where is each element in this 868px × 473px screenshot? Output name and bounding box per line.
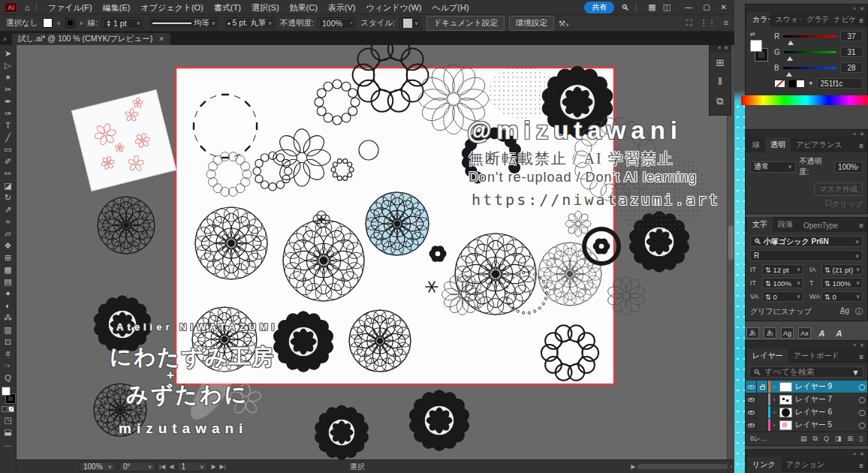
close-icon[interactable]: ✕ — [860, 342, 864, 348]
width-tool[interactable]: ≈ — [1, 215, 16, 227]
minimize-button[interactable]: — — [685, 3, 692, 11]
direct-selection-tool[interactable]: ▷ — [1, 59, 16, 71]
next-artboard-icon[interactable]: ▶ — [211, 463, 215, 470]
canvas-area[interactable]: @mizutawani 無断転載禁止 / AI 学習禁止 Don't re-up… — [17, 45, 734, 473]
workspace-icon[interactable]: ≡ — [724, 18, 728, 28]
prev-artboard-icon[interactable]: ◀ — [169, 463, 173, 470]
layer-name[interactable]: レイヤー 7 — [795, 394, 857, 405]
brush-dropdown[interactable]: •5 pt. 丸筆∨ — [224, 17, 276, 29]
line-tool[interactable]: ╱ — [1, 131, 16, 143]
links-menu-icon[interactable]: ≡ — [855, 462, 867, 472]
clip-checkbox[interactable]: ☐ — [825, 199, 832, 209]
first-artboard-icon[interactable]: |◀ — [159, 463, 165, 470]
char-field-value[interactable]: ⇅ 0∨ — [821, 291, 863, 302]
layer-row[interactable]: ›レイヤー 9◯ — [746, 381, 867, 393]
info-icon[interactable]: ⓘ — [855, 306, 863, 317]
layer-target-icon[interactable]: ◯ — [857, 409, 867, 416]
close-icon[interactable]: ✕ — [724, 45, 728, 53]
links-tab-アクション[interactable]: アクション — [781, 457, 830, 472]
style-dropdown[interactable]: ∨ — [399, 17, 422, 29]
lock-toggle[interactable] — [757, 393, 768, 405]
black-white-swatches[interactable] — [788, 80, 805, 88]
scroll-left-icon[interactable]: ▶ — [631, 463, 635, 470]
type-option-icon-3[interactable]: Ax — [798, 327, 811, 339]
color-button[interactable] — [2, 406, 8, 412]
visibility-toggle[interactable] — [746, 406, 757, 418]
apps-grid-icon[interactable]: ▦ — [648, 2, 656, 12]
color-tab-ナビゲー[interactable]: ナビゲー — [828, 12, 855, 27]
rectangle-tool[interactable]: ▭ — [1, 143, 16, 155]
slider-track-R[interactable] — [783, 35, 836, 38]
make-mask-icon[interactable]: ◨ — [835, 435, 842, 443]
menu-item-C[interactable]: 効果(C) — [285, 0, 323, 15]
new-sublayer-icon[interactable]: ⧉ — [813, 435, 818, 443]
collapse-icon[interactable]: « — [853, 6, 856, 11]
layer-row[interactable]: ›レイヤー 7◯ — [746, 393, 867, 406]
menu-item-E[interactable]: 編集(E) — [98, 0, 136, 15]
char-field-value[interactable]: ⇅ 100%∨ — [821, 278, 863, 288]
collect-layers-icon[interactable]: ▤ — [800, 435, 807, 443]
layer-row[interactable]: ›レイヤー 6◯ — [746, 406, 867, 419]
horizontal-scrollbar[interactable] — [637, 464, 728, 469]
fill-swatch[interactable] — [43, 18, 53, 28]
font-family-dropdown[interactable]: 🔍︎ 小塚ゴシック Pr6N∨ — [750, 236, 863, 247]
ornament-doily[interactable] — [98, 197, 155, 254]
draw-mode-button[interactable]: ◳ — [1, 414, 16, 426]
layer-name[interactable]: レイヤー 6 — [795, 407, 857, 417]
menu-item-H[interactable]: ヘルプ(H) — [427, 0, 475, 15]
pathfinder-panel-icon[interactable]: ⧉ — [710, 92, 731, 111]
arrange-docs-icon[interactable]: ◫ — [663, 2, 671, 12]
close-icon[interactable]: ✕ — [860, 6, 864, 12]
collapse-icon[interactable]: « — [853, 342, 856, 348]
document-setup-button[interactable]: ドキュメント設定 — [426, 16, 504, 31]
menu-item-V[interactable]: 表示(V) — [323, 0, 361, 15]
color-tab-カラー[interactable]: カラー — [747, 12, 770, 27]
color-tab-スウォッチ[interactable]: スウォッチ — [770, 12, 801, 27]
visibility-toggle[interactable] — [746, 393, 757, 405]
zoom-level-dropdown[interactable]: 100%∨ — [80, 462, 116, 471]
collapse-icon[interactable]: « — [853, 451, 856, 456]
ai-logo-icon[interactable]: Ai — [5, 2, 17, 13]
slider-value-B[interactable]: 28 — [840, 62, 863, 73]
ornament-doily[interactable] — [366, 192, 429, 255]
filter-icon[interactable]: ▼ — [851, 368, 860, 377]
slider-track-G[interactable] — [784, 51, 836, 53]
char-field-value[interactable]: ⇅ 0∨ — [762, 291, 803, 302]
slider-value-R[interactable]: 37 — [840, 31, 863, 41]
lock-toggle[interactable] — [757, 406, 768, 418]
new-layer-icon[interactable]: ⊞ — [848, 435, 854, 443]
blend-tool[interactable]: ◐ — [1, 300, 16, 312]
links-tab-リンク[interactable]: リンク — [747, 457, 781, 472]
preferences-button[interactable]: 環境設定 — [509, 16, 554, 31]
char-field-value[interactable]: ⇅ 12 pt∨ — [762, 264, 803, 275]
char-field-value[interactable]: ⇅ (21 pt)∨ — [821, 264, 863, 275]
fill-indicator[interactable] — [2, 387, 11, 396]
menu-item-T[interactable]: 書式(T) — [209, 0, 246, 15]
none-button[interactable] — [8, 406, 14, 412]
color-menu-icon[interactable]: ≡ — [855, 17, 867, 27]
layer-name[interactable]: レイヤー 9 — [795, 381, 857, 392]
layers-search-input[interactable]: 🔍︎すべてを検索▼ — [749, 366, 863, 378]
graph-tool[interactable]: ▥ — [1, 324, 16, 336]
expand-chevron-icon[interactable]: › — [770, 422, 778, 429]
glyph-options-icon[interactable]: A̲g — [840, 306, 849, 317]
character-tab-文字[interactable]: 文字 — [747, 217, 773, 232]
width-profile-dropdown[interactable]: 均等∨ — [149, 17, 219, 29]
locate-object-icon[interactable]: Q — [824, 435, 829, 443]
magic-wand-tool[interactable]: ✶ — [1, 71, 16, 83]
type-option-icon-1[interactable]: あ — [764, 327, 776, 339]
rotate-tool[interactable]: ↻ — [1, 191, 16, 203]
share-button[interactable]: 共有 — [584, 2, 614, 14]
fill-proxy[interactable] — [750, 40, 762, 52]
lock-toggle[interactable] — [757, 419, 768, 431]
perspective-grid-tool[interactable]: ⊞ — [1, 252, 16, 264]
maximize-button[interactable]: ▢ — [703, 3, 710, 11]
layer-target-icon[interactable]: ◯ — [857, 384, 867, 390]
menu-item-W[interactable]: ウィンドウ(W) — [361, 0, 427, 15]
menu-item-F[interactable]: ファイル(F) — [43, 0, 98, 15]
layers-tab-アートボード[interactable]: アートボード — [788, 348, 845, 363]
layers-menu-icon[interactable]: ≡ — [855, 353, 867, 363]
artboard-tool[interactable]: ⊡ — [1, 336, 16, 348]
stroke-caret[interactable]: ∨ — [80, 20, 83, 26]
delete-layer-icon[interactable]: ▯ — [859, 435, 863, 443]
